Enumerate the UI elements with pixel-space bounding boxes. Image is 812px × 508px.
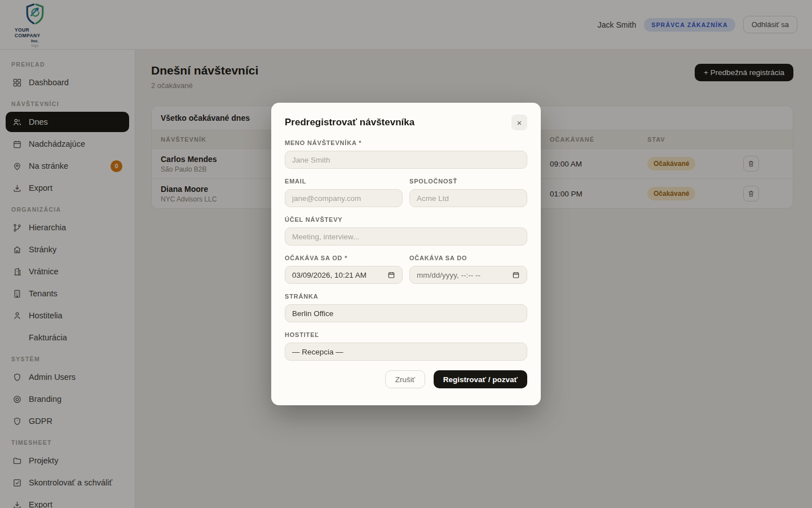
site-select[interactable]: Berlin Office <box>285 304 527 322</box>
register-invite-button[interactable]: Registrovať / pozvať <box>434 370 527 388</box>
company-field[interactable] <box>409 189 527 207</box>
email-field[interactable] <box>285 189 403 207</box>
cancel-button[interactable]: Zrušiť <box>385 370 425 388</box>
expected-to-placeholder: mm/dd/yyyy, --:-- -- <box>417 271 480 279</box>
purpose-field[interactable] <box>285 227 527 246</box>
site-label: STRÁNKA <box>285 293 527 300</box>
expected-from-label: OČAKÁVA SA OD * <box>285 255 403 262</box>
expected-to-field[interactable]: mm/dd/yyyy, --:-- -- <box>409 266 527 284</box>
close-icon[interactable]: × <box>511 115 527 130</box>
visitor-name-label: MENO NÁVŠTEVNÍKA * <box>285 139 527 147</box>
expected-from-field[interactable]: 03/09/2026, 10:21 AM <box>285 266 403 284</box>
preregister-modal: Predregistrovať návštevníka × MENO NÁVŠT… <box>271 103 541 405</box>
calendar-icon <box>387 271 395 279</box>
purpose-label: ÚČEL NÁVŠTEVY <box>285 216 527 224</box>
visitor-name-field[interactable] <box>285 151 527 169</box>
calendar-icon <box>512 271 520 279</box>
host-select[interactable]: — Recepcia — <box>285 343 527 361</box>
expected-from-value: 03/09/2026, 10:21 AM <box>292 271 367 279</box>
host-label: HOSTITEĽ <box>285 331 527 339</box>
email-label: EMAIL <box>285 178 403 185</box>
expected-to-label: OČAKÁVA SA DO <box>409 255 527 262</box>
company-label: SPOLOČNOSŤ <box>409 178 527 185</box>
modal-title: Predregistrovať návštevníka <box>285 117 414 128</box>
